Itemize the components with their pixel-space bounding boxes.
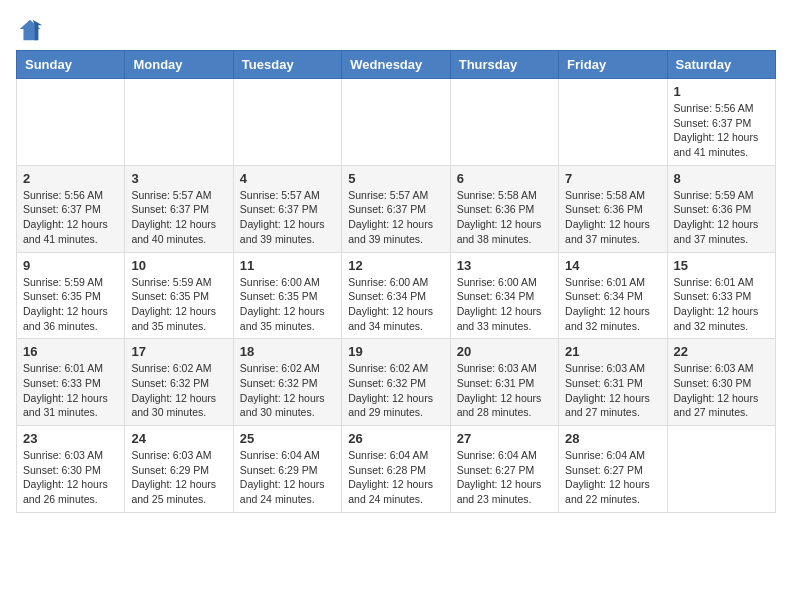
day-info: Sunrise: 5:57 AM Sunset: 6:37 PM Dayligh… — [240, 188, 335, 247]
day-number: 3 — [131, 171, 226, 186]
calendar-cell: 7Sunrise: 5:58 AM Sunset: 6:36 PM Daylig… — [559, 165, 667, 252]
day-info: Sunrise: 6:02 AM Sunset: 6:32 PM Dayligh… — [348, 361, 443, 420]
calendar-cell — [17, 79, 125, 166]
day-number: 21 — [565, 344, 660, 359]
day-number: 15 — [674, 258, 769, 273]
col-header-tuesday: Tuesday — [233, 51, 341, 79]
calendar-cell: 6Sunrise: 5:58 AM Sunset: 6:36 PM Daylig… — [450, 165, 558, 252]
calendar-cell: 23Sunrise: 6:03 AM Sunset: 6:30 PM Dayli… — [17, 426, 125, 513]
day-info: Sunrise: 6:02 AM Sunset: 6:32 PM Dayligh… — [240, 361, 335, 420]
day-info: Sunrise: 5:59 AM Sunset: 6:35 PM Dayligh… — [131, 275, 226, 334]
day-number: 20 — [457, 344, 552, 359]
day-info: Sunrise: 6:01 AM Sunset: 6:34 PM Dayligh… — [565, 275, 660, 334]
day-info: Sunrise: 5:59 AM Sunset: 6:35 PM Dayligh… — [23, 275, 118, 334]
calendar-cell: 28Sunrise: 6:04 AM Sunset: 6:27 PM Dayli… — [559, 426, 667, 513]
day-info: Sunrise: 6:03 AM Sunset: 6:29 PM Dayligh… — [131, 448, 226, 507]
day-info: Sunrise: 6:03 AM Sunset: 6:30 PM Dayligh… — [674, 361, 769, 420]
calendar-week-row: 1Sunrise: 5:56 AM Sunset: 6:37 PM Daylig… — [17, 79, 776, 166]
calendar-cell: 16Sunrise: 6:01 AM Sunset: 6:33 PM Dayli… — [17, 339, 125, 426]
calendar-cell: 4Sunrise: 5:57 AM Sunset: 6:37 PM Daylig… — [233, 165, 341, 252]
calendar-cell — [342, 79, 450, 166]
calendar-week-row: 23Sunrise: 6:03 AM Sunset: 6:30 PM Dayli… — [17, 426, 776, 513]
calendar-table: SundayMondayTuesdayWednesdayThursdayFrid… — [16, 50, 776, 513]
day-info: Sunrise: 5:57 AM Sunset: 6:37 PM Dayligh… — [131, 188, 226, 247]
calendar-cell — [667, 426, 775, 513]
calendar-cell: 8Sunrise: 5:59 AM Sunset: 6:36 PM Daylig… — [667, 165, 775, 252]
day-info: Sunrise: 5:56 AM Sunset: 6:37 PM Dayligh… — [674, 101, 769, 160]
calendar-cell: 17Sunrise: 6:02 AM Sunset: 6:32 PM Dayli… — [125, 339, 233, 426]
calendar-cell — [125, 79, 233, 166]
calendar-header-row: SundayMondayTuesdayWednesdayThursdayFrid… — [17, 51, 776, 79]
day-number: 13 — [457, 258, 552, 273]
calendar-week-row: 16Sunrise: 6:01 AM Sunset: 6:33 PM Dayli… — [17, 339, 776, 426]
calendar-cell: 27Sunrise: 6:04 AM Sunset: 6:27 PM Dayli… — [450, 426, 558, 513]
calendar-cell: 24Sunrise: 6:03 AM Sunset: 6:29 PM Dayli… — [125, 426, 233, 513]
day-number: 10 — [131, 258, 226, 273]
calendar-cell — [450, 79, 558, 166]
day-info: Sunrise: 5:59 AM Sunset: 6:36 PM Dayligh… — [674, 188, 769, 247]
day-info: Sunrise: 6:01 AM Sunset: 6:33 PM Dayligh… — [674, 275, 769, 334]
day-number: 8 — [674, 171, 769, 186]
calendar-cell: 1Sunrise: 5:56 AM Sunset: 6:37 PM Daylig… — [667, 79, 775, 166]
day-number: 14 — [565, 258, 660, 273]
day-number: 5 — [348, 171, 443, 186]
col-header-sunday: Sunday — [17, 51, 125, 79]
calendar-cell — [559, 79, 667, 166]
calendar-cell: 18Sunrise: 6:02 AM Sunset: 6:32 PM Dayli… — [233, 339, 341, 426]
calendar-cell: 15Sunrise: 6:01 AM Sunset: 6:33 PM Dayli… — [667, 252, 775, 339]
col-header-thursday: Thursday — [450, 51, 558, 79]
day-info: Sunrise: 6:00 AM Sunset: 6:34 PM Dayligh… — [457, 275, 552, 334]
day-number: 19 — [348, 344, 443, 359]
day-number: 16 — [23, 344, 118, 359]
calendar-cell: 26Sunrise: 6:04 AM Sunset: 6:28 PM Dayli… — [342, 426, 450, 513]
day-number: 28 — [565, 431, 660, 446]
day-info: Sunrise: 6:04 AM Sunset: 6:29 PM Dayligh… — [240, 448, 335, 507]
calendar-cell: 2Sunrise: 5:56 AM Sunset: 6:37 PM Daylig… — [17, 165, 125, 252]
day-info: Sunrise: 6:03 AM Sunset: 6:31 PM Dayligh… — [565, 361, 660, 420]
day-info: Sunrise: 6:04 AM Sunset: 6:28 PM Dayligh… — [348, 448, 443, 507]
day-info: Sunrise: 6:04 AM Sunset: 6:27 PM Dayligh… — [565, 448, 660, 507]
calendar-cell: 9Sunrise: 5:59 AM Sunset: 6:35 PM Daylig… — [17, 252, 125, 339]
day-number: 6 — [457, 171, 552, 186]
day-number: 24 — [131, 431, 226, 446]
day-number: 11 — [240, 258, 335, 273]
calendar-cell: 20Sunrise: 6:03 AM Sunset: 6:31 PM Dayli… — [450, 339, 558, 426]
day-info: Sunrise: 5:56 AM Sunset: 6:37 PM Dayligh… — [23, 188, 118, 247]
day-info: Sunrise: 5:58 AM Sunset: 6:36 PM Dayligh… — [565, 188, 660, 247]
day-number: 25 — [240, 431, 335, 446]
logo-icon — [16, 16, 44, 44]
day-number: 22 — [674, 344, 769, 359]
page-header — [16, 16, 776, 44]
calendar-cell: 3Sunrise: 5:57 AM Sunset: 6:37 PM Daylig… — [125, 165, 233, 252]
day-number: 27 — [457, 431, 552, 446]
calendar-week-row: 2Sunrise: 5:56 AM Sunset: 6:37 PM Daylig… — [17, 165, 776, 252]
day-number: 26 — [348, 431, 443, 446]
day-info: Sunrise: 6:02 AM Sunset: 6:32 PM Dayligh… — [131, 361, 226, 420]
day-number: 7 — [565, 171, 660, 186]
calendar-cell: 11Sunrise: 6:00 AM Sunset: 6:35 PM Dayli… — [233, 252, 341, 339]
day-number: 4 — [240, 171, 335, 186]
calendar-cell: 5Sunrise: 5:57 AM Sunset: 6:37 PM Daylig… — [342, 165, 450, 252]
calendar-cell — [233, 79, 341, 166]
day-number: 23 — [23, 431, 118, 446]
day-number: 1 — [674, 84, 769, 99]
calendar-cell: 14Sunrise: 6:01 AM Sunset: 6:34 PM Dayli… — [559, 252, 667, 339]
day-info: Sunrise: 5:57 AM Sunset: 6:37 PM Dayligh… — [348, 188, 443, 247]
calendar-cell: 19Sunrise: 6:02 AM Sunset: 6:32 PM Dayli… — [342, 339, 450, 426]
calendar-cell: 13Sunrise: 6:00 AM Sunset: 6:34 PM Dayli… — [450, 252, 558, 339]
calendar-cell: 21Sunrise: 6:03 AM Sunset: 6:31 PM Dayli… — [559, 339, 667, 426]
day-info: Sunrise: 6:03 AM Sunset: 6:31 PM Dayligh… — [457, 361, 552, 420]
day-info: Sunrise: 6:00 AM Sunset: 6:34 PM Dayligh… — [348, 275, 443, 334]
day-info: Sunrise: 6:03 AM Sunset: 6:30 PM Dayligh… — [23, 448, 118, 507]
logo — [16, 16, 48, 44]
day-number: 18 — [240, 344, 335, 359]
calendar-cell: 25Sunrise: 6:04 AM Sunset: 6:29 PM Dayli… — [233, 426, 341, 513]
col-header-saturday: Saturday — [667, 51, 775, 79]
day-number: 2 — [23, 171, 118, 186]
day-number: 17 — [131, 344, 226, 359]
day-number: 9 — [23, 258, 118, 273]
calendar-cell: 10Sunrise: 5:59 AM Sunset: 6:35 PM Dayli… — [125, 252, 233, 339]
day-number: 12 — [348, 258, 443, 273]
col-header-friday: Friday — [559, 51, 667, 79]
col-header-wednesday: Wednesday — [342, 51, 450, 79]
